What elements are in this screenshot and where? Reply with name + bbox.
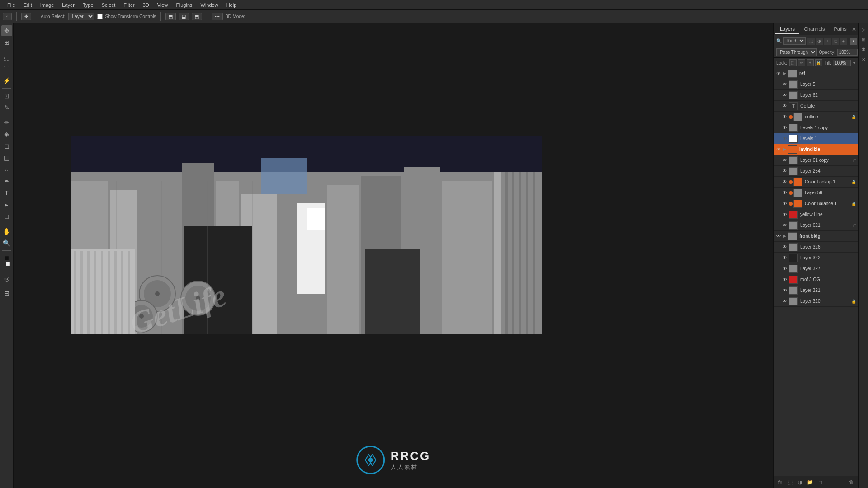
- gradient-tool[interactable]: ▦: [1, 152, 12, 163]
- zoom-tool[interactable]: 🔍: [1, 238, 12, 249]
- lasso-tool[interactable]: ⌒: [1, 64, 12, 75]
- layer-item-levels1[interactable]: 👁 Levels 1: [774, 133, 858, 144]
- path-select-tool[interactable]: ▸: [1, 199, 12, 210]
- layer-item-layer5[interactable]: 👁 Layer 5: [774, 79, 858, 90]
- delete-layer-button[interactable]: 🗑: [847, 478, 855, 486]
- menu-filter[interactable]: Filter: [120, 1, 138, 9]
- layer-item-roof3og[interactable]: 👁 roof 3 OG: [774, 274, 858, 285]
- lock-all-btn[interactable]: 🔒: [815, 59, 822, 66]
- visibility-icon[interactable]: 👁: [775, 146, 782, 153]
- visibility-icon[interactable]: 👁: [775, 233, 782, 239]
- layer-item-layer56[interactable]: 👁 Layer 56: [774, 188, 858, 198]
- menu-image[interactable]: Image: [37, 1, 58, 9]
- menu-plugins[interactable]: Plugins: [172, 1, 196, 9]
- layer-item-outline[interactable]: 👁 outline 🔒: [774, 112, 858, 122]
- kind-filter-dropdown[interactable]: Kind: [783, 37, 806, 45]
- layer-item-layer326[interactable]: 👁 Layer 326: [774, 242, 858, 253]
- align-center-btn[interactable]: ⬓: [179, 13, 189, 20]
- menu-3d[interactable]: 3D: [139, 1, 153, 9]
- right-icon-1[interactable]: ▷: [859, 25, 868, 33]
- quick-mask-btn[interactable]: ◎: [1, 273, 12, 284]
- eyedropper-tool[interactable]: ✎: [1, 102, 12, 113]
- visibility-icon[interactable]: 👁: [782, 125, 788, 131]
- layer-item-yellowline[interactable]: 👁 yellow Line: [774, 209, 858, 220]
- home-button[interactable]: ⌂: [3, 13, 12, 20]
- expand-icon[interactable]: ▶: [783, 146, 787, 153]
- move-tool-btn[interactable]: ✥: [21, 13, 31, 20]
- background-color[interactable]: ■: [3, 258, 14, 269]
- toggle-filter-btn[interactable]: ●: [850, 38, 857, 45]
- layer-item-colorbalance1[interactable]: 👁 Color Balance 1 🔒: [774, 198, 858, 209]
- more-options-btn[interactable]: •••: [212, 13, 223, 20]
- eraser-tool[interactable]: ◻: [1, 141, 12, 151]
- layer-item-levels1copy[interactable]: 👁 Levels 1 copy: [774, 122, 858, 133]
- dodge-tool[interactable]: ○: [1, 164, 12, 175]
- right-icon-close[interactable]: ✕: [859, 55, 868, 63]
- menu-window[interactable]: Window: [197, 1, 222, 9]
- layer-item-layer621[interactable]: 👁 Layer 621 ◻: [774, 220, 858, 231]
- layers-list[interactable]: 👁 ▶ ref 👁 Layer 5 👁 Layer 62 👁: [774, 68, 858, 476]
- new-group-button[interactable]: 📁: [806, 478, 814, 486]
- tab-layers[interactable]: Layers: [775, 24, 799, 34]
- layer-item-invincible[interactable]: 👁 ▶ invincible: [774, 144, 858, 155]
- adjust-filter-btn[interactable]: ◑: [816, 38, 823, 45]
- menu-select[interactable]: Select: [98, 1, 119, 9]
- text-filter-btn[interactable]: T: [824, 38, 831, 45]
- quick-select-tool[interactable]: ⚡: [1, 75, 12, 86]
- visibility-icon[interactable]: 👁: [775, 70, 782, 77]
- add-mask-button[interactable]: ⬚: [786, 478, 794, 486]
- canvas-area[interactable]: GetLife RRCG 人人素材: [14, 23, 773, 488]
- type-tool[interactable]: T: [1, 188, 12, 198]
- visibility-icon[interactable]: 👁: [782, 255, 788, 261]
- opacity-input[interactable]: [837, 49, 858, 56]
- visibility-icon[interactable]: 👁: [782, 244, 788, 250]
- menu-type[interactable]: Type: [79, 1, 97, 9]
- visibility-icon[interactable]: 👁: [782, 298, 788, 305]
- visibility-icon[interactable]: 👁: [782, 179, 788, 185]
- menu-file[interactable]: File: [4, 1, 19, 9]
- lock-position-btn[interactable]: ✏: [798, 59, 805, 66]
- align-right-btn[interactable]: ⬒: [192, 13, 202, 20]
- visibility-icon[interactable]: 👁: [782, 168, 788, 174]
- expand-icon[interactable]: ▶: [783, 70, 787, 77]
- visibility-icon[interactable]: 👁: [782, 211, 788, 218]
- layer-item-getlife[interactable]: 👁 T GetLife: [774, 101, 858, 112]
- visibility-icon[interactable]: 👁: [782, 201, 788, 207]
- visibility-icon[interactable]: 👁: [782, 114, 788, 120]
- layer-item-colorlookup1[interactable]: 👁 Color Lookup 1 🔒: [774, 177, 858, 188]
- menu-view[interactable]: View: [154, 1, 172, 9]
- visibility-icon[interactable]: 👁: [782, 277, 788, 283]
- right-icon-2[interactable]: ⊞: [859, 35, 868, 43]
- artboard-tool[interactable]: ⊞: [1, 37, 12, 48]
- layer-item-layer320[interactable]: 👁 Layer 320 🔒: [774, 296, 858, 307]
- fx-button[interactable]: fx: [776, 478, 784, 486]
- menu-edit[interactable]: Edit: [20, 1, 36, 9]
- visibility-icon[interactable]: 👁: [782, 190, 788, 196]
- marquee-tool[interactable]: ⬚: [1, 52, 12, 63]
- screen-mode-btn[interactable]: ⊟: [1, 288, 12, 299]
- layer-item-layer62[interactable]: 👁 Layer 62: [774, 90, 858, 101]
- layer-item-layer321[interactable]: 👁 Layer 321: [774, 285, 858, 296]
- fill-input[interactable]: [833, 60, 851, 66]
- new-layer-button[interactable]: ◻: [816, 478, 824, 486]
- expand-icon[interactable]: ▶: [783, 233, 787, 239]
- blend-mode-dropdown[interactable]: Pass Through Normal Multiply Screen: [776, 48, 817, 56]
- menu-layer[interactable]: Layer: [58, 1, 78, 9]
- layer-item-frontbldg[interactable]: 👁 ▶ front bldg: [774, 231, 858, 242]
- visibility-icon[interactable]: 👁: [782, 157, 788, 164]
- visibility-icon[interactable]: 👁: [782, 136, 788, 142]
- tab-paths[interactable]: Paths: [830, 24, 851, 34]
- auto-select-dropdown[interactable]: Layer Group: [68, 13, 94, 20]
- visibility-icon[interactable]: 👁: [782, 287, 788, 294]
- layer-item-ref[interactable]: 👁 ▶ ref: [774, 68, 858, 79]
- visibility-icon[interactable]: 👁: [782, 81, 788, 88]
- crop-tool[interactable]: ⊡: [1, 90, 12, 101]
- align-left-btn[interactable]: ⬒: [165, 13, 176, 20]
- tab-channels[interactable]: Channels: [799, 24, 829, 34]
- move-tool[interactable]: ✥: [1, 25, 12, 36]
- menu-help[interactable]: Help: [223, 1, 241, 9]
- adjustment-button[interactable]: ◑: [796, 478, 804, 486]
- right-icon-3[interactable]: ✱: [859, 45, 868, 53]
- layer-item-layer61copy[interactable]: 👁 Layer 61 copy ◻: [774, 155, 858, 166]
- lock-pixels-btn[interactable]: ⬚: [789, 59, 797, 66]
